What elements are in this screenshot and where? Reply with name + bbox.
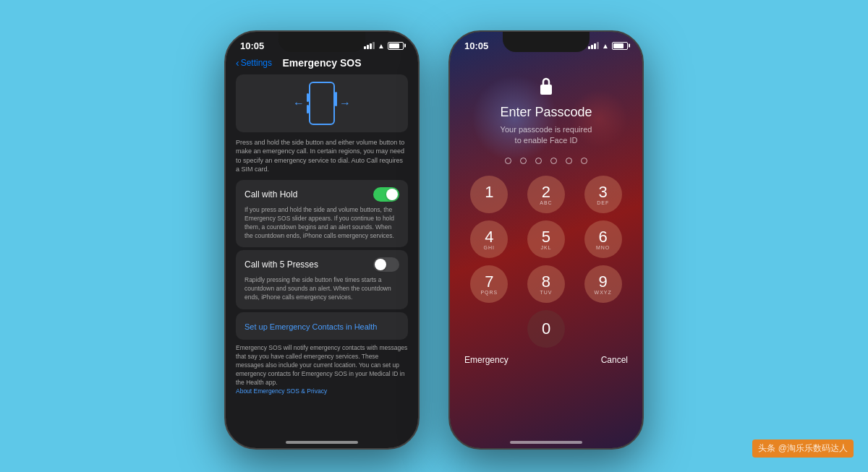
health-description: Emergency SOS will notify emergency cont… (236, 344, 408, 395)
dot-6 (581, 158, 587, 164)
right-status-time: 10:05 (464, 40, 488, 51)
side-button (335, 92, 337, 106)
key-5[interactable]: 5 JKL (527, 220, 565, 258)
passcode-dots (450, 158, 642, 164)
left-status-bar: 10:05 ▲ (226, 32, 418, 54)
cancel-button[interactable]: Cancel (601, 355, 628, 365)
home-indicator (286, 441, 358, 444)
key-1[interactable]: 1 (470, 176, 508, 213)
left-status-time: 10:05 (240, 40, 264, 51)
emergency-button[interactable]: Emergency (464, 355, 509, 365)
signal-icon (364, 42, 375, 49)
right-status-icons: ▲ (588, 42, 628, 50)
svg-rect-0 (540, 85, 552, 95)
key-9[interactable]: 9 WXYZ (584, 265, 622, 303)
right-signal-icon (588, 42, 599, 49)
key-4[interactable]: 4 GHI (470, 220, 508, 258)
call-with-5-presses-toggle[interactable] (373, 257, 399, 272)
back-label: Settings (241, 58, 272, 68)
key-2[interactable]: 2 ABC (527, 176, 565, 213)
arrow-right-icon: → (339, 97, 351, 110)
right-wifi-icon: ▲ (602, 42, 609, 50)
nav-bar: ‹ Settings Emergency SOS (226, 54, 418, 74)
left-status-icons: ▲ (364, 42, 404, 50)
key-0[interactable]: 0 (527, 310, 565, 348)
key-6[interactable]: 6 MNO (584, 220, 622, 258)
call-with-hold-description: If you press and hold the side and volum… (244, 206, 399, 241)
key-3[interactable]: 3 DEF (584, 176, 622, 213)
right-phone: 10:05 ▲ (448, 30, 644, 450)
watermark: 头条 @淘乐乐数码达人 (752, 439, 854, 458)
illustration-box: ← → (236, 74, 408, 132)
dot-4 (550, 158, 557, 164)
call-with-hold-label: Call with Hold (244, 189, 297, 199)
key-8[interactable]: 8 TUV (527, 265, 565, 303)
dot-5 (566, 158, 572, 164)
call-with-hold-row: Call with Hold If you press and hold the… (236, 180, 408, 248)
wifi-icon: ▲ (378, 42, 385, 50)
numpad: 1 2 ABC 3 DEF 4 GHI 5 JKL (464, 176, 628, 303)
health-privacy-link[interactable]: About Emergency SOS & Privacy (236, 387, 327, 395)
page-title: Emergency SOS (283, 57, 362, 69)
zero-row: 0 (464, 310, 628, 348)
call-with-hold-toggle[interactable] (373, 187, 399, 202)
right-status-bar: 10:05 ▲ (450, 32, 642, 54)
right-battery-icon (612, 42, 628, 50)
left-phone: 10:05 ▲ ‹ Se (224, 30, 420, 450)
passcode-subtitle: Your passcode is required to enable Face… (450, 124, 642, 147)
vol-button-mid (307, 105, 309, 113)
dot-3 (535, 158, 542, 164)
call-with-hold-header: Call with Hold (244, 187, 399, 202)
phone-outline (309, 82, 335, 125)
call-with-5-presses-row: Call with 5 Presses Rapidly pressing the… (236, 250, 408, 309)
call-with-5-presses-header: Call with 5 Presses (244, 257, 399, 272)
dot-1 (505, 158, 511, 164)
call-with-5-presses-description: Rapidly pressing the side button five ti… (244, 276, 399, 302)
lock-icon (536, 76, 556, 96)
back-button[interactable]: ‹ Settings (236, 57, 272, 69)
passcode-title: Enter Passcode (450, 105, 642, 120)
main-description: Press and hold the side button and eithe… (236, 138, 408, 174)
right-phone-screen: 10:05 ▲ (450, 32, 642, 448)
call-with-5-presses-label: Call with 5 Presses (244, 259, 318, 270)
battery-icon (388, 42, 404, 50)
key-7[interactable]: 7 PQRS (470, 265, 508, 303)
health-link-row[interactable]: Set up Emergency Contacts in Health (236, 312, 408, 340)
arrow-left-icon: ← (293, 97, 305, 110)
dot-2 (520, 158, 527, 164)
lock-icon-container (450, 76, 642, 96)
phones-container: 10:05 ▲ ‹ Se (224, 30, 644, 450)
left-phone-screen: 10:05 ▲ ‹ Se (226, 32, 418, 448)
right-home-indicator (510, 441, 582, 444)
phone-illustration: ← → (309, 82, 335, 125)
vol-button-top (307, 93, 309, 102)
bottom-actions: Emergency Cancel (450, 348, 642, 365)
health-link-text[interactable]: Set up Emergency Contacts in Health (244, 322, 377, 331)
chevron-left-icon: ‹ (236, 57, 239, 69)
